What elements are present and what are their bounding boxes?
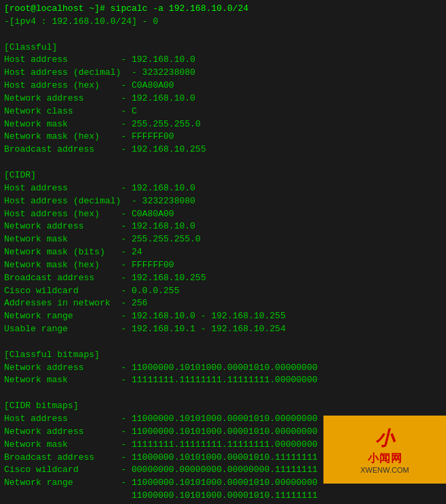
terminal-line: Host address (hex) - C0A80A00 bbox=[4, 208, 442, 221]
terminal-line: Host address (decimal) - 3232238080 bbox=[4, 67, 442, 80]
terminal-line bbox=[4, 156, 442, 169]
terminal-line: Network mask (bits) - 24 bbox=[4, 246, 442, 259]
terminal-line bbox=[4, 387, 442, 400]
terminal-line: Network mask (hex) - FFFFFF00 bbox=[4, 131, 442, 144]
terminal-line: [Classful] bbox=[4, 41, 442, 54]
terminal-line: Network mask (hex) - FFFFFF00 bbox=[4, 259, 442, 272]
terminal-line: Host address (decimal) - 3232238080 bbox=[4, 195, 442, 208]
terminal-line: Broadcast address - 192.168.10.255 bbox=[4, 272, 442, 285]
terminal-line: Network range - 192.168.10.0 - 192.168.1… bbox=[4, 310, 442, 323]
terminal-line: Network mask - 255.255.255.0 bbox=[4, 118, 442, 131]
terminal-line: [Classful bitmaps] bbox=[4, 349, 442, 362]
terminal-line: Broadcast address - 192.168.10.255 bbox=[4, 144, 442, 156]
terminal-line: -[ipv4 : 192.168.10.0/24] - 0 bbox=[4, 16, 442, 29]
terminal-line: Usable range - 192.168.10.1 - 192.168.10… bbox=[4, 323, 442, 336]
terminal-line bbox=[4, 336, 442, 349]
terminal-line: 11000000.10101000.00001010.11111111 bbox=[4, 490, 442, 503]
terminal-line: [CIDR bitmaps] bbox=[4, 400, 442, 413]
terminal-line: Network mask - 255.255.255.0 bbox=[4, 233, 442, 246]
terminal-line: Cisco wildcard - 0.0.0.255 bbox=[4, 285, 442, 298]
terminal-line: Addresses in network - 256 bbox=[4, 297, 442, 310]
terminal-line: Host address - 192.168.10.0 bbox=[4, 54, 442, 67]
watermark: 小 小闻网 XWENW.COM bbox=[323, 416, 446, 484]
terminal-line: [root@localhost ~]# sipcalc -a 192.168.1… bbox=[4, 3, 442, 16]
terminal-line: [CIDR] bbox=[4, 169, 442, 182]
terminal-line: Network mask - 11111111.11111111.1111111… bbox=[4, 374, 442, 387]
terminal-line bbox=[4, 29, 442, 41]
terminal-line: Network address - 11000000.10101000.0000… bbox=[4, 362, 442, 375]
terminal-line: Network class - C bbox=[4, 105, 442, 118]
terminal-window: [root@localhost ~]# sipcalc -a 192.168.1… bbox=[0, 0, 446, 504]
terminal-line: Network address - 192.168.10.0 bbox=[4, 220, 442, 233]
terminal-line: Network address - 192.168.10.0 bbox=[4, 93, 442, 105]
watermark-brand: 小闻网 bbox=[368, 452, 402, 466]
watermark-url: XWENW.COM bbox=[360, 466, 409, 474]
terminal-line: Host address - 192.168.10.0 bbox=[4, 182, 442, 195]
watermark-icon: 小 bbox=[375, 426, 394, 452]
terminal-line: Host address (hex) - C0A80A00 bbox=[4, 80, 442, 93]
